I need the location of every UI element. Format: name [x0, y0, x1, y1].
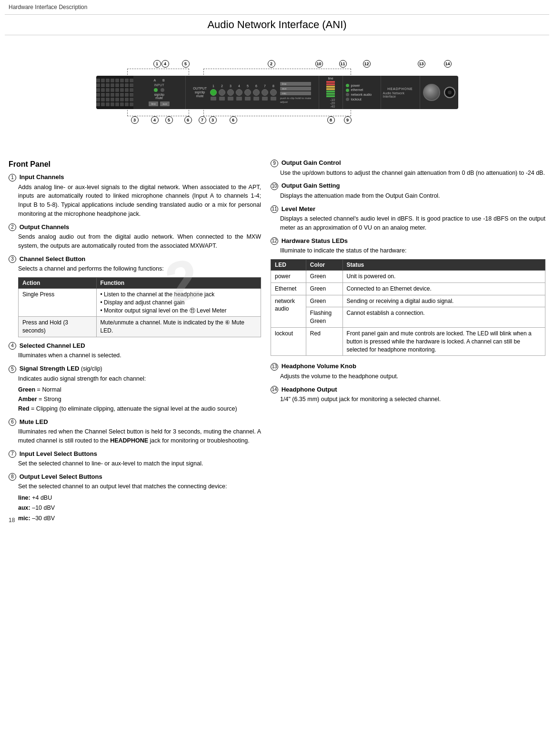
action-hold: Press and Hold (3 seconds)	[19, 317, 97, 337]
output-label-col: OUTPUT sig/clip mute	[193, 87, 207, 98]
led-a	[154, 88, 158, 92]
ch2: 2	[219, 84, 225, 101]
lockout-label: lockout	[351, 98, 362, 101]
callout-7a: 7	[199, 116, 206, 124]
callout-4a: 4	[151, 116, 159, 124]
sig-clip-label: sig/clip	[154, 93, 164, 97]
input-leds	[154, 88, 164, 92]
headphone-controls	[420, 76, 458, 109]
hardware-status-text: Illuminate to indicate the status of the…	[271, 246, 545, 255]
ch1-led	[210, 89, 217, 96]
device-waffle: // Generate waffle cells inline for(let …	[96, 76, 133, 109]
led-table: LED Color Status power Green Unit is pow…	[271, 259, 545, 356]
channel-select-heading: 3 Channel Select Button	[9, 255, 261, 263]
led-b	[161, 88, 164, 92]
output-level-intro: Set the selected channel to an output le…	[9, 482, 261, 491]
led-color-netaudio-green: Green	[306, 295, 342, 307]
label-a: A	[153, 79, 156, 82]
output-channels-heading: 2 Output Channels	[9, 223, 261, 232]
netaudio-led-row: network audio	[346, 93, 372, 97]
output-section: OUTPUT sig/clip mute 1 2	[186, 76, 319, 109]
lockout-led	[346, 98, 349, 101]
callout-12: 12	[363, 60, 371, 68]
power-led	[346, 84, 349, 87]
led-table-wrapper: LED Color Status power Green Unit is pow…	[271, 259, 545, 356]
table-row: Single Press • Listen to the channel at …	[19, 288, 261, 316]
line-aux-buttons: line aux	[149, 101, 170, 106]
ethernet-label: ethernet	[351, 88, 363, 92]
output-text: OUTPUT	[193, 87, 207, 91]
callout-1: 1	[153, 60, 161, 68]
callout-10: 10	[315, 60, 323, 68]
led-name-power: power	[271, 271, 306, 283]
output-gain-heading: 9 Output Gain Control	[271, 159, 545, 167]
status-col-header: Status	[342, 260, 545, 271]
output-gain-text: Use the up/down buttons to adjust the ch…	[271, 169, 545, 178]
led-status-netaudio-flash: Cannot establish a connection.	[342, 307, 545, 328]
callout-8: 8	[327, 116, 335, 124]
callout-3b: 3	[209, 116, 217, 124]
headphone-knob	[423, 84, 440, 101]
lockout-led-row: lockout	[346, 98, 362, 101]
mute-label: mute	[155, 96, 163, 100]
ch1: 1	[210, 84, 217, 101]
input-section: A B INPUT sig/clip mute line aux	[133, 76, 186, 109]
front-panel-heading: Front Panel	[9, 160, 261, 169]
output-channels-text: Sends analog audio out from the digital …	[9, 232, 261, 251]
mute-led-text: Illuminates red when the Channel Select …	[9, 427, 261, 445]
headphone-output-text: 1/4" (6.35 mm) output jack for monitorin…	[271, 395, 545, 404]
callout-11: 11	[339, 60, 347, 68]
table-row: power Green Unit is powered on.	[271, 271, 545, 283]
led-color-lockout: Red	[306, 327, 342, 355]
led-color-power: Green	[306, 271, 342, 283]
input-label: INPUT	[154, 83, 164, 87]
callout-5a: 5	[165, 116, 173, 124]
signal-strength-intro: Indicates audio signal strength for each…	[9, 374, 261, 383]
headphone-jack	[444, 87, 455, 98]
input-channels-heading: 1 Input Channels	[9, 173, 261, 181]
page-number: 18	[9, 517, 15, 524]
led-status-power: Unit is powered on.	[342, 271, 545, 283]
led-col-header: LED	[271, 260, 306, 271]
power-label: power	[351, 84, 360, 88]
breadcrumb: Hardware Interface Description	[0, 0, 554, 14]
right-column: 9 Output Gain Control Use the up/down bu…	[271, 154, 545, 524]
level-meter-text: Displays a selected channel's audio leve…	[271, 214, 545, 232]
aux-btn: aux	[160, 101, 170, 106]
table-row: network audio Green Sending or receiving…	[271, 295, 545, 307]
color-col-header: Color	[306, 260, 342, 271]
waffle-pattern: // Generate waffle cells inline for(let …	[96, 79, 133, 106]
ch5: 5	[244, 84, 251, 101]
callout-13: 13	[418, 60, 425, 68]
callout-9: 9	[344, 116, 352, 124]
led-color-netaudio-flash: Flashing Green	[306, 307, 342, 328]
headphone-knob-text: Adjusts the volume to the headphone outp…	[271, 372, 545, 381]
action-single-press: Single Press	[19, 288, 97, 316]
table-row: Flashing Green Cannot establish a connec…	[271, 307, 545, 328]
mute-led-heading: 6 Mute LED	[9, 418, 261, 426]
channel-select-table-wrapper: Action Function Single Press • Listen to…	[9, 277, 261, 337]
function-single-press: • Listen to the channel at the headphone…	[96, 288, 261, 316]
output-level-buttons: line aux mic push to clip hold to mute a…	[280, 82, 311, 103]
power-led-row: power	[346, 84, 360, 88]
callout-5b: 5	[182, 60, 190, 68]
headphone-text: HEADPHONE	[387, 87, 413, 91]
breadcrumb-text: Hardware Interface Description	[9, 4, 87, 10]
callout-6b: 6	[230, 116, 237, 124]
line-label: line	[328, 77, 333, 81]
ch6: 6	[253, 84, 260, 101]
input-ab-labels: A B	[153, 79, 164, 82]
page-title: Audio Network Interface (ANI)	[5, 14, 549, 35]
output-level-heading: 8 Output Level Select Buttons	[9, 473, 261, 481]
callout-2: 2	[268, 60, 275, 68]
led-color-ethernet: Green	[306, 282, 342, 295]
input-level-heading: 7 Input Level Select Buttons	[9, 450, 261, 458]
level-meter-heading: 11 Level Meter	[271, 205, 545, 213]
output-channels: 1 2 3 4	[210, 84, 277, 101]
led-name-lockout: lockout	[271, 327, 306, 355]
callout-6a: 6	[184, 116, 192, 124]
ch2-led	[219, 89, 225, 96]
level-bars	[326, 81, 335, 97]
selected-led-text: Illuminates when a channel is selected.	[9, 351, 261, 360]
led-status-lockout: Front panel gain and mute controls are l…	[342, 327, 545, 355]
